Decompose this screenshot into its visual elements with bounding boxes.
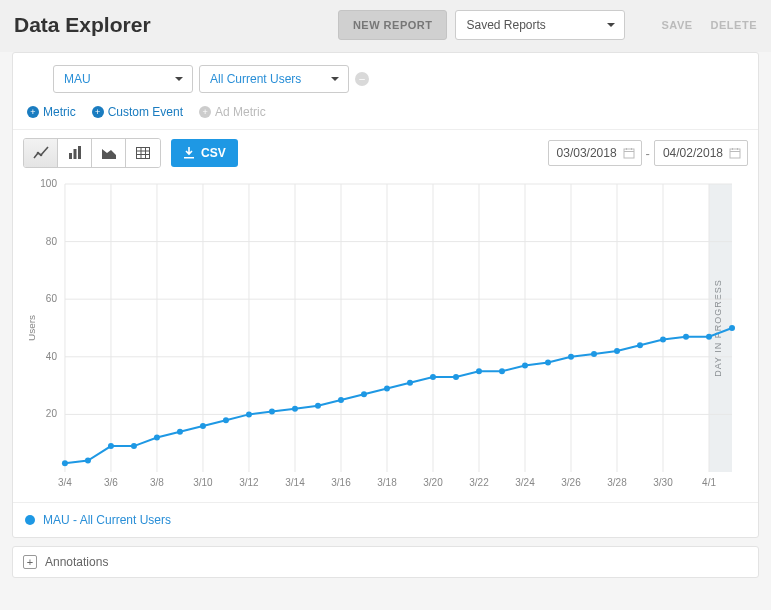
svg-rect-4: [78, 146, 81, 159]
segment-dropdown[interactable]: All Current Users: [199, 65, 349, 93]
svg-point-86: [614, 348, 620, 354]
svg-text:3/12: 3/12: [239, 477, 259, 488]
segment-dropdown-label: All Current Users: [210, 72, 301, 86]
chart-container: DAY IN PROGRESS204060801003/43/63/83/103…: [13, 176, 758, 502]
svg-text:3/18: 3/18: [377, 477, 397, 488]
svg-text:3/4: 3/4: [58, 477, 72, 488]
remove-filter-icon[interactable]: –: [355, 72, 369, 86]
annotations-toggle[interactable]: + Annotations: [12, 546, 759, 578]
svg-point-89: [683, 334, 689, 340]
svg-point-84: [568, 354, 574, 360]
saved-reports-dropdown[interactable]: Saved Reports: [455, 10, 625, 40]
svg-point-70: [246, 411, 252, 417]
svg-point-64: [108, 443, 114, 449]
svg-point-69: [223, 417, 229, 423]
table-icon: [135, 145, 151, 161]
header-bar: Data Explorer NEW REPORT Saved Reports S…: [0, 0, 771, 52]
area-chart-button[interactable]: [92, 139, 126, 167]
plus-icon: +: [27, 106, 39, 118]
svg-rect-11: [624, 149, 634, 158]
svg-text:3/26: 3/26: [561, 477, 581, 488]
svg-point-74: [338, 397, 344, 403]
svg-text:20: 20: [46, 408, 58, 419]
svg-point-63: [85, 457, 91, 463]
line-chart: DAY IN PROGRESS204060801003/43/63/83/103…: [21, 176, 750, 496]
svg-point-1: [39, 154, 42, 157]
svg-point-90: [706, 334, 712, 340]
svg-point-91: [729, 325, 735, 331]
svg-rect-6: [137, 148, 150, 159]
svg-point-76: [384, 385, 390, 391]
svg-point-78: [430, 374, 436, 380]
add-metric-link[interactable]: + Metric: [27, 105, 76, 119]
svg-text:3/28: 3/28: [607, 477, 627, 488]
calendar-icon: [729, 147, 741, 159]
metric-dropdown-label: MAU: [64, 72, 91, 86]
legend-bullet-icon: [25, 515, 35, 525]
svg-text:Users: Users: [26, 315, 37, 341]
svg-text:3/14: 3/14: [285, 477, 305, 488]
download-icon: [183, 147, 195, 159]
svg-point-79: [453, 374, 459, 380]
plus-icon: +: [92, 106, 104, 118]
export-csv-button[interactable]: CSV: [171, 139, 238, 167]
svg-point-72: [292, 406, 298, 412]
calendar-icon: [623, 147, 635, 159]
svg-point-73: [315, 403, 321, 409]
svg-text:60: 60: [46, 293, 58, 304]
line-chart-icon: [33, 145, 49, 161]
svg-rect-2: [69, 153, 72, 159]
table-view-button[interactable]: [126, 139, 160, 167]
svg-text:4/1: 4/1: [702, 477, 716, 488]
add-ad-metric-label: Ad Metric: [215, 105, 266, 119]
svg-point-87: [637, 342, 643, 348]
delete-button[interactable]: DELETE: [711, 19, 757, 31]
filters-section: MAU All Current Users – + Metric + Custo…: [13, 53, 758, 130]
date-to-picker[interactable]: 04/02/2018: [654, 140, 748, 166]
svg-point-67: [177, 429, 183, 435]
metric-dropdown[interactable]: MAU: [53, 65, 193, 93]
svg-text:3/24: 3/24: [515, 477, 535, 488]
svg-text:3/10: 3/10: [193, 477, 213, 488]
svg-point-77: [407, 380, 413, 386]
plus-icon: +: [199, 106, 211, 118]
chart-legend: MAU - All Current Users: [13, 502, 758, 537]
svg-point-0: [36, 152, 39, 155]
svg-point-85: [591, 351, 597, 357]
svg-text:40: 40: [46, 351, 58, 362]
svg-text:100: 100: [40, 178, 57, 189]
svg-point-80: [476, 368, 482, 374]
page-title: Data Explorer: [14, 13, 338, 37]
svg-point-81: [499, 368, 505, 374]
filter-row: MAU All Current Users –: [53, 65, 744, 93]
svg-point-65: [131, 443, 137, 449]
svg-point-71: [269, 409, 275, 415]
svg-point-66: [154, 434, 160, 440]
new-report-button[interactable]: NEW REPORT: [338, 10, 448, 40]
svg-point-82: [522, 362, 528, 368]
add-custom-event-link[interactable]: + Custom Event: [92, 105, 183, 119]
add-custom-event-label: Custom Event: [108, 105, 183, 119]
save-button[interactable]: SAVE: [661, 19, 692, 31]
svg-point-88: [660, 337, 666, 343]
date-to-value: 04/02/2018: [663, 146, 723, 160]
chart-toolbar: CSV 03/03/2018 - 04/02/2018: [13, 130, 758, 176]
svg-text:80: 80: [46, 236, 58, 247]
svg-point-68: [200, 423, 206, 429]
csv-label: CSV: [201, 146, 226, 160]
expand-icon: +: [23, 555, 37, 569]
line-chart-button[interactable]: [24, 139, 58, 167]
svg-text:3/6: 3/6: [104, 477, 118, 488]
bar-chart-icon: [67, 145, 83, 161]
date-separator: -: [646, 146, 650, 161]
legend-series-label: MAU - All Current Users: [43, 513, 171, 527]
add-metric-label: Metric: [43, 105, 76, 119]
svg-point-75: [361, 391, 367, 397]
date-from-picker[interactable]: 03/03/2018: [548, 140, 642, 166]
bar-chart-button[interactable]: [58, 139, 92, 167]
svg-text:3/22: 3/22: [469, 477, 489, 488]
svg-text:3/20: 3/20: [423, 477, 443, 488]
svg-text:3/30: 3/30: [653, 477, 673, 488]
svg-text:3/8: 3/8: [150, 477, 164, 488]
svg-marker-5: [102, 149, 116, 159]
